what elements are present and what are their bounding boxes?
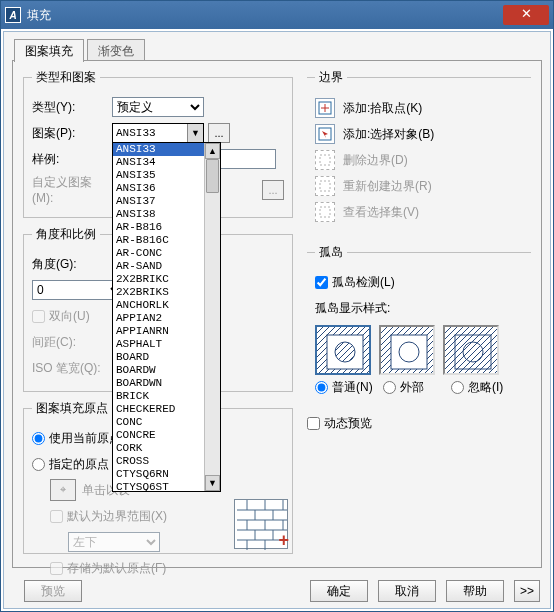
island-ignore-radio[interactable]	[451, 381, 464, 394]
view-selection-label: 查看选择集(V)	[343, 204, 419, 221]
specify-origin-radio[interactable]	[32, 458, 45, 471]
pattern-label: 图案(P):	[32, 125, 112, 142]
bidir-label: 双向(U)	[49, 308, 90, 325]
island-outer-thumb[interactable]	[379, 325, 435, 375]
preview-button: 预览	[24, 580, 82, 602]
tab-gradient[interactable]: 渐变色	[87, 39, 145, 62]
recreate-boundary-icon	[315, 176, 335, 196]
dynamic-preview-checkbox[interactable]	[307, 417, 320, 430]
type-pattern-legend: 类型和图案	[32, 69, 100, 86]
default-extent-checkbox	[50, 510, 63, 523]
island-group: 孤岛 孤岛检测(L) 孤岛显示样式:	[307, 244, 531, 404]
recreate-boundary-label: 重新创建边界(R)	[343, 178, 432, 195]
tab-bar: 图案填充 渐变色	[14, 38, 542, 60]
pattern-combobox[interactable]: ANSI33 ▼ ANSI33ANSI34ANSI35ANSI36ANSI37A…	[112, 123, 204, 143]
default-extent-label: 默认为边界范围(X)	[67, 508, 167, 525]
scroll-up-button[interactable]: ▲	[205, 143, 220, 159]
island-normal-radio[interactable]	[315, 381, 328, 394]
specify-origin-label: 指定的原点	[49, 456, 109, 473]
svg-rect-22	[320, 207, 330, 217]
island-legend: 孤岛	[315, 244, 347, 261]
set-origin-button: ⌖	[50, 479, 76, 501]
sample-label: 样例:	[32, 151, 112, 168]
tab-pattern[interactable]: 图案填充	[14, 39, 84, 62]
island-detect-label: 孤岛检测(L)	[332, 274, 395, 291]
help-button[interactable]: 帮助	[446, 580, 504, 602]
tab-panel: 类型和图案 类型(Y): 预定义 图案(P): ANSI33 ▼	[12, 60, 542, 568]
store-default-checkbox	[50, 562, 63, 575]
island-detect-checkbox[interactable]	[315, 276, 328, 289]
add-select-object-label[interactable]: 添加:选择对象(B)	[343, 126, 434, 143]
dialog-body: 图案填充 渐变色 类型和图案 类型(Y): 预定义 图案(P):	[3, 31, 551, 609]
pattern-current-value[interactable]: ANSI33	[113, 124, 187, 142]
iso-pen-label: ISO 笔宽(Q):	[32, 360, 112, 377]
pattern-dropdown-button[interactable]: ▼	[187, 124, 203, 142]
dialog-window: A 填充 ✕ 图案填充 渐变色 类型和图案 类型(Y): 预定义	[0, 0, 554, 612]
custom-pattern-browse: ...	[262, 180, 284, 200]
boundary-legend: 边界	[315, 69, 347, 86]
pattern-dropdown-list[interactable]: ANSI33ANSI34ANSI35ANSI36ANSI37ANSI38AR-B…	[112, 142, 221, 492]
app-icon: A	[5, 7, 21, 23]
scroll-down-button[interactable]: ▼	[205, 475, 220, 491]
close-button[interactable]: ✕	[503, 5, 549, 25]
angle-select[interactable]: 0	[32, 280, 124, 300]
pick-point-icon[interactable]	[315, 98, 335, 118]
island-outer-radio[interactable]	[383, 381, 396, 394]
custom-pattern-label: 自定义图案(M):	[32, 174, 112, 205]
svg-rect-20	[320, 155, 330, 165]
select-object-icon[interactable]	[315, 124, 335, 144]
add-pick-point-label[interactable]: 添加:拾取点(K)	[343, 100, 422, 117]
scrollbar[interactable]: ▲ ▼	[204, 143, 220, 491]
type-select[interactable]: 预定义	[112, 97, 204, 117]
type-pattern-group: 类型和图案 类型(Y): 预定义 图案(P): ANSI33 ▼	[23, 69, 293, 218]
svg-point-28	[399, 342, 419, 362]
right-column: 边界 添加:拾取点(K) 添加:选择对象(B) 删除边界(D)	[307, 69, 531, 559]
pattern-browse-button[interactable]: ...	[208, 123, 230, 143]
window-title: 填充	[27, 7, 503, 24]
bidir-checkbox	[32, 310, 45, 323]
delete-boundary-icon	[315, 150, 335, 170]
spacing-label: 间距(C):	[32, 334, 112, 351]
origin-preview: +	[234, 499, 288, 549]
dynamic-preview-label: 动态预览	[324, 415, 372, 432]
use-current-origin-radio[interactable]	[32, 432, 45, 445]
svg-point-31	[463, 342, 483, 362]
angle-scale-legend: 角度和比例	[32, 226, 100, 243]
extent-position-select: 左下	[68, 532, 160, 552]
svg-rect-21	[320, 181, 330, 191]
scroll-thumb[interactable]	[206, 159, 219, 193]
titlebar[interactable]: A 填充 ✕	[1, 1, 553, 29]
expand-button[interactable]: >>	[514, 580, 540, 602]
island-ignore-thumb[interactable]	[443, 325, 499, 375]
svg-point-25	[335, 342, 355, 362]
delete-boundary-label: 删除边界(D)	[343, 152, 408, 169]
left-column: 类型和图案 类型(Y): 预定义 图案(P): ANSI33 ▼	[23, 69, 293, 559]
type-label: 类型(Y):	[32, 99, 112, 116]
cancel-button[interactable]: 取消	[378, 580, 436, 602]
boundary-group: 边界 添加:拾取点(K) 添加:选择对象(B) 删除边界(D)	[307, 69, 531, 236]
ok-button[interactable]: 确定	[310, 580, 368, 602]
dialog-footer: 预览 确定 取消 帮助 >>	[4, 580, 550, 602]
origin-legend: 图案填充原点	[32, 400, 112, 417]
island-style-label: 孤岛显示样式:	[315, 300, 390, 317]
store-default-label: 存储为默认原点(F)	[67, 560, 166, 577]
island-normal-thumb[interactable]	[315, 325, 371, 375]
angle-label: 角度(G):	[32, 256, 112, 273]
plus-icon: +	[278, 530, 289, 551]
view-selection-icon	[315, 202, 335, 222]
